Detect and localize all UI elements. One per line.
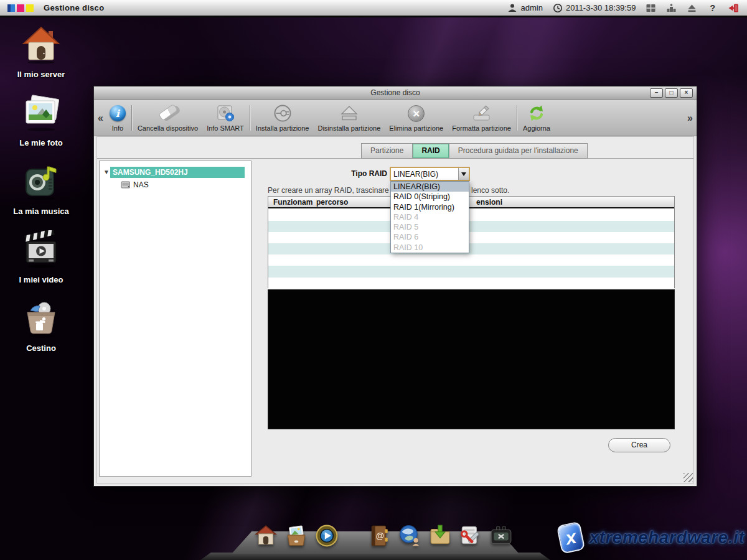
tree-item-volume[interactable]: NAS <box>121 180 149 189</box>
desktop-icon-label: Il mio server <box>6 70 76 79</box>
toolbar-format-partition-button[interactable]: Formatta partizione <box>448 100 515 136</box>
raid-preview-panel <box>268 289 675 429</box>
photos-icon <box>21 93 61 133</box>
dropdown-option[interactable]: RAID 1(Mirroring) <box>391 202 469 212</box>
toolbar-mount-partition-button[interactable]: Installa partizione <box>251 100 314 136</box>
combobox-dropdown-button[interactable] <box>458 168 469 180</box>
dock: @ <box>254 524 513 548</box>
desktop-icon-label: La mia musica <box>6 207 76 216</box>
window-resize-grip[interactable] <box>684 473 693 482</box>
desktop-icon-my-photos[interactable]: Le mie foto <box>6 93 76 147</box>
toolbar-label: Elimina partizione <box>389 124 443 132</box>
raid-type-value: LINEAR(BIG) <box>391 168 458 180</box>
toolbar-collapse-chevron[interactable]: « <box>96 113 105 124</box>
menubar-app-title: Gestione disco <box>44 3 104 12</box>
toolbar-unmount-partition-button[interactable]: Disinstalla partizione <box>313 100 385 136</box>
toolbar-label: Formatta partizione <box>452 124 511 132</box>
tab-raid[interactable]: RAID <box>412 144 448 158</box>
dropdown-option-disabled: RAID 6 <box>391 232 469 242</box>
chevron-down-icon <box>461 172 466 179</box>
desktop-icon-trash[interactable]: Cestino <box>6 299 76 353</box>
dock-home-icon[interactable] <box>254 524 278 548</box>
watermark: x xtremehardware.it <box>559 520 745 555</box>
toolbar-delete-partition-button[interactable]: × Elimina partizione <box>385 100 448 136</box>
window-content: Partizione RAID Procedura guidata per l'… <box>96 136 694 483</box>
dropdown-option-disabled: RAID 10 <box>391 243 469 253</box>
desktop-icon-my-music[interactable]: La mia musica <box>6 162 76 216</box>
table-row <box>268 266 674 277</box>
minimize-button[interactable]: – <box>650 88 663 98</box>
logo-square-blue <box>7 4 15 12</box>
dock-media-player-icon[interactable] <box>315 524 339 548</box>
delete-partition-icon: × <box>408 105 425 122</box>
eject-device-icon[interactable] <box>687 3 697 13</box>
table-row <box>268 210 674 221</box>
close-button[interactable]: × <box>680 88 693 98</box>
raid-type-combobox[interactable]: LINEAR(BIG) <box>390 167 470 181</box>
toolbar-erase-device-button[interactable]: Cancella dispositivo <box>133 100 202 136</box>
tree-volume-label: NAS <box>133 180 149 189</box>
toolbar-info-button[interactable]: i Info <box>105 100 130 136</box>
raid-instruction-right: lenco sotto. <box>471 186 509 195</box>
show-windows-icon[interactable] <box>646 3 656 13</box>
trash-icon <box>21 299 61 338</box>
dock-address-book-icon[interactable]: @ <box>367 524 391 548</box>
tree-expand-arrow[interactable]: ▼ <box>103 169 110 175</box>
format-partition-icon <box>472 105 491 122</box>
user-menu[interactable]: admin <box>507 3 542 13</box>
device-tree-panel: ▼ SAMSUNG_HD502HJ NAS <box>99 161 251 477</box>
window-titlebar[interactable]: Gestione disco – □ × <box>94 86 697 100</box>
videos-icon <box>21 230 61 270</box>
table-header-row: Funzionam percorso ensioni <box>268 197 674 208</box>
toolbar-label: Disinstalla partizione <box>317 124 380 132</box>
table-row <box>268 221 674 232</box>
table-header: Funzionam <box>273 198 312 207</box>
table-row <box>268 278 674 289</box>
dropdown-option[interactable]: RAID 0(Striping) <box>391 192 469 202</box>
window-title: Gestione disco <box>94 88 697 97</box>
tab-installation-wizard[interactable]: Procedura guidata per l'installazione <box>449 144 587 158</box>
toolbar-separator <box>131 105 132 131</box>
username: admin <box>520 3 542 12</box>
toolbar-smart-info-button[interactable]: Info SMART <box>202 100 248 136</box>
desktop-icon-my-server[interactable]: Il mio server <box>6 25 76 79</box>
tab-bar: Partizione RAID Procedura guidata per l'… <box>361 143 588 159</box>
create-button[interactable]: Crea <box>608 438 670 452</box>
xtremehardware-logo-icon: x <box>557 521 586 554</box>
help-button[interactable]: ? <box>707 3 718 13</box>
logout-icon[interactable] <box>728 3 740 13</box>
toolbar-label: Aggiorna <box>523 124 550 132</box>
raid-members-table: Funzionam percorso ensioni <box>268 196 675 288</box>
at-glyph: @ <box>376 531 384 541</box>
toolbar-expand-chevron[interactable]: » <box>685 113 695 124</box>
datetime-text: 2011-3-30 18:39:59 <box>566 3 636 12</box>
dropdown-option[interactable]: LINEAR(BIG) <box>391 182 469 192</box>
toolbar-label: Info <box>112 124 123 132</box>
desktop-icon-my-videos[interactable]: I miei video <box>6 230 76 284</box>
tree-item-device[interactable]: SAMSUNG_HD502HJ <box>110 167 245 178</box>
clock-icon <box>553 3 563 13</box>
system-logo-icon[interactable] <box>7 4 34 12</box>
tab-partizione[interactable]: Partizione <box>362 144 412 158</box>
maximize-button[interactable]: □ <box>665 88 678 98</box>
menu-bar: Gestione disco admin 2011-3-30 18:39:59 … <box>0 0 747 17</box>
toolbar-refresh-button[interactable]: Aggiorna <box>519 100 555 136</box>
dock-photo-box-icon[interactable] <box>284 524 308 548</box>
dock-web-globe-icon[interactable] <box>398 524 421 548</box>
dock-toolbox-icon[interactable] <box>489 524 513 548</box>
window-toolbar: « i Info Cancella dispositivo Info SMART… <box>94 100 697 136</box>
eject-partition-icon <box>341 105 358 122</box>
mount-partition-icon <box>273 104 292 123</box>
table-row <box>268 243 674 254</box>
dock-download-folder-icon[interactable] <box>428 524 452 548</box>
disk-management-window: Gestione disco – □ × « i Info Cancella d… <box>93 86 697 487</box>
info-icon: i <box>110 105 126 121</box>
toolbar-label: Cancella dispositivo <box>138 124 198 132</box>
watermark-text: xtremehardware.it <box>589 528 745 548</box>
dock-disk-utility-icon[interactable] <box>459 524 482 548</box>
table-row <box>268 254 674 266</box>
raid-type-dropdown-list: LINEAR(BIG) RAID 0(Striping) RAID 1(Mirr… <box>390 181 469 253</box>
widgets-icon[interactable] <box>666 3 677 13</box>
home-icon <box>21 25 61 65</box>
logo-square-pink <box>17 4 24 12</box>
